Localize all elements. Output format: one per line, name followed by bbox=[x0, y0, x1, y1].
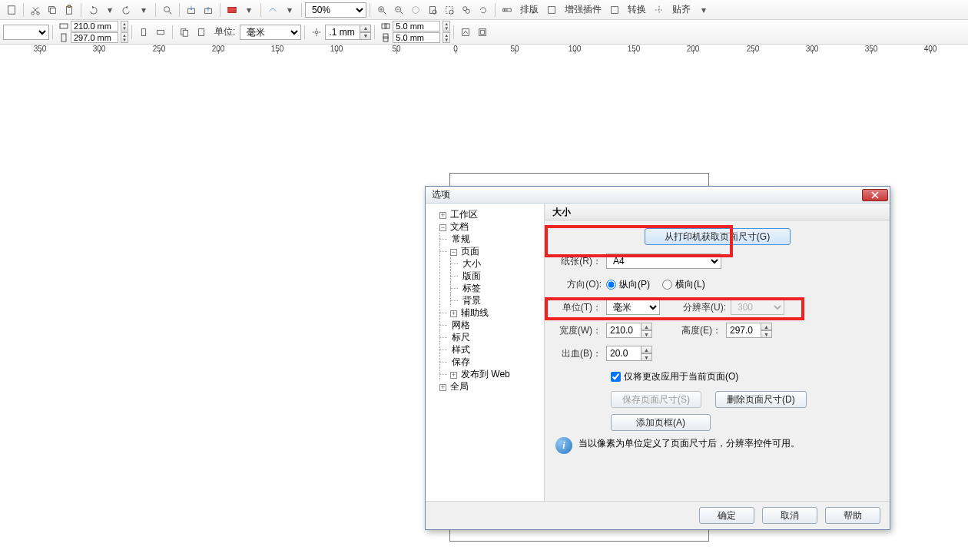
export-icon[interactable] bbox=[200, 2, 217, 18]
collapse-icon[interactable]: − bbox=[450, 249, 457, 256]
expand-icon[interactable]: + bbox=[450, 372, 457, 379]
treat-as-icon[interactable] bbox=[457, 24, 474, 41]
expand-icon[interactable]: + bbox=[439, 384, 446, 391]
bleed-input[interactable] bbox=[606, 346, 641, 361]
tree-grid[interactable]: 网格 bbox=[450, 320, 472, 330]
search-icon[interactable] bbox=[159, 2, 176, 18]
redo-drop-icon[interactable]: ▾ bbox=[135, 2, 152, 18]
portrait-icon[interactable] bbox=[135, 24, 152, 41]
expand-icon[interactable]: + bbox=[439, 212, 446, 219]
tree-label[interactable]: 标签 bbox=[461, 283, 482, 293]
ruler-label: 300 bbox=[93, 45, 106, 53]
tree-workspace[interactable]: 工作区 bbox=[449, 209, 479, 220]
convert-button[interactable]: 转换 bbox=[623, 3, 651, 16]
all-pages-icon[interactable] bbox=[176, 24, 193, 41]
portrait-radio-input[interactable] bbox=[606, 280, 616, 290]
tree-general[interactable]: 常规 bbox=[450, 234, 472, 244]
tree-global[interactable]: 全局 bbox=[449, 381, 470, 392]
ok-button[interactable]: 确定 bbox=[699, 507, 754, 524]
tree-document[interactable]: 文档 bbox=[449, 221, 470, 232]
tree-save[interactable]: 保存 bbox=[450, 356, 472, 367]
snap-icon[interactable] bbox=[651, 2, 668, 18]
refresh-icon[interactable] bbox=[475, 2, 492, 18]
options-dialog: 选项 +工作区 −文档 常规 −页面 大小 版面 标签 背景 bbox=[425, 186, 890, 530]
snap-drop-icon[interactable]: ▾ bbox=[695, 2, 712, 18]
landscape-radio-input[interactable] bbox=[662, 280, 672, 290]
tree-publish-web[interactable]: 发布到 Web bbox=[459, 369, 512, 379]
layout-button[interactable]: 排版 bbox=[515, 3, 543, 16]
add-frame-button[interactable]: 添加页框(A) bbox=[611, 414, 711, 431]
plugin-icon[interactable] bbox=[543, 2, 560, 18]
cancel-button[interactable]: 取消 bbox=[762, 507, 817, 524]
app-drop-icon[interactable]: ▾ bbox=[240, 2, 257, 18]
zoom-in-icon[interactable] bbox=[373, 2, 390, 18]
ruler-toggle-icon[interactable] bbox=[499, 2, 515, 18]
redo-icon[interactable] bbox=[118, 2, 135, 18]
app-launcher-icon[interactable] bbox=[224, 2, 240, 18]
dup-x-value[interactable]: 5.0 mm bbox=[393, 21, 440, 31]
paste-icon[interactable] bbox=[61, 2, 78, 18]
zoom-page-icon[interactable] bbox=[424, 2, 441, 18]
svg-rect-37 bbox=[157, 30, 164, 34]
dialog-titlebar[interactable]: 选项 bbox=[426, 187, 890, 204]
bleed-spinner[interactable]: ▲▼ bbox=[606, 346, 652, 361]
apply-current-input[interactable] bbox=[611, 372, 621, 382]
landscape-radio[interactable]: 横向(L) bbox=[662, 278, 705, 291]
welcome-icon[interactable] bbox=[264, 2, 281, 18]
cut-icon[interactable] bbox=[27, 2, 44, 18]
delete-size-button[interactable]: 删除页面尺寸(D) bbox=[715, 391, 807, 408]
page-preset-select[interactable] bbox=[3, 25, 49, 40]
snap-button[interactable]: 贴齐 bbox=[668, 3, 695, 16]
plugin-button[interactable]: 增强插件 bbox=[560, 3, 606, 16]
undo-drop-icon[interactable]: ▾ bbox=[101, 2, 118, 18]
tree-size[interactable]: 大小 bbox=[461, 258, 482, 269]
page-width-value[interactable]: 210.0 mm bbox=[71, 21, 118, 31]
svg-line-8 bbox=[169, 11, 172, 14]
import-icon[interactable] bbox=[183, 2, 200, 18]
width-spinner[interactable]: ▲▼ bbox=[606, 323, 652, 338]
nudge-input[interactable] bbox=[325, 25, 360, 40]
dup-x-spinner[interactable]: ▲▼ bbox=[443, 21, 450, 31]
svg-rect-39 bbox=[183, 30, 187, 36]
zoom-out-icon[interactable] bbox=[390, 2, 407, 18]
dup-y-spinner[interactable]: ▲▼ bbox=[443, 32, 450, 43]
zoom-all-icon[interactable] bbox=[458, 2, 475, 18]
zoom-sel-icon[interactable] bbox=[441, 2, 458, 18]
welcome-drop-icon[interactable]: ▾ bbox=[281, 2, 298, 18]
new-blank-icon[interactable] bbox=[3, 2, 20, 18]
tree-page[interactable]: 页面 bbox=[459, 246, 481, 257]
unit-select2[interactable]: 毫米 bbox=[606, 300, 660, 315]
nudge-spinner[interactable]: ▲▼ bbox=[325, 25, 371, 40]
width-input[interactable] bbox=[606, 323, 641, 338]
zoom-select[interactable]: 50% bbox=[305, 2, 366, 18]
tree-layout[interactable]: 版面 bbox=[461, 270, 482, 281]
portrait-radio[interactable]: 纵向(P) bbox=[606, 278, 650, 291]
unit-select[interactable]: 毫米 bbox=[240, 25, 301, 40]
copy-icon[interactable] bbox=[44, 2, 61, 18]
expand-icon[interactable]: + bbox=[450, 310, 457, 317]
paper-select[interactable]: A4 bbox=[606, 253, 721, 269]
zoom-fit-icon[interactable] bbox=[407, 2, 424, 18]
collapse-icon[interactable]: − bbox=[439, 224, 446, 231]
convert-icon[interactable] bbox=[606, 2, 623, 18]
tree-background[interactable]: 背景 bbox=[461, 295, 482, 306]
current-page-icon[interactable] bbox=[193, 24, 210, 41]
close-button[interactable] bbox=[862, 189, 888, 201]
help-button[interactable]: 帮助 bbox=[825, 507, 880, 524]
dup-y-value[interactable]: 5.0 mm bbox=[393, 32, 440, 43]
height-spinner[interactable]: ▲▼ bbox=[726, 323, 772, 338]
page-height-value[interactable]: 297.0 mm bbox=[71, 32, 118, 43]
page-width-spinner[interactable]: ▲▼ bbox=[121, 21, 128, 31]
apply-current-checkbox[interactable]: 仅将更改应用于当前页面(O) bbox=[611, 370, 738, 383]
height-input[interactable] bbox=[726, 323, 761, 338]
undo-icon[interactable] bbox=[85, 2, 101, 18]
tree-styles[interactable]: 样式 bbox=[450, 344, 472, 355]
landscape-icon[interactable] bbox=[152, 24, 169, 41]
page-height-spinner[interactable]: ▲▼ bbox=[121, 32, 128, 43]
tree-rulers[interactable]: 标尺 bbox=[450, 332, 472, 343]
options-tree[interactable]: +工作区 −文档 常规 −页面 大小 版面 标签 背景 +辅助线 bbox=[426, 204, 545, 501]
tree-guides[interactable]: 辅助线 bbox=[459, 307, 490, 318]
printer-size-button[interactable]: 从打印机获取页面尺寸(G) bbox=[645, 228, 791, 245]
treat-as2-icon[interactable] bbox=[474, 24, 491, 41]
ruler-label: 50 bbox=[510, 45, 519, 53]
